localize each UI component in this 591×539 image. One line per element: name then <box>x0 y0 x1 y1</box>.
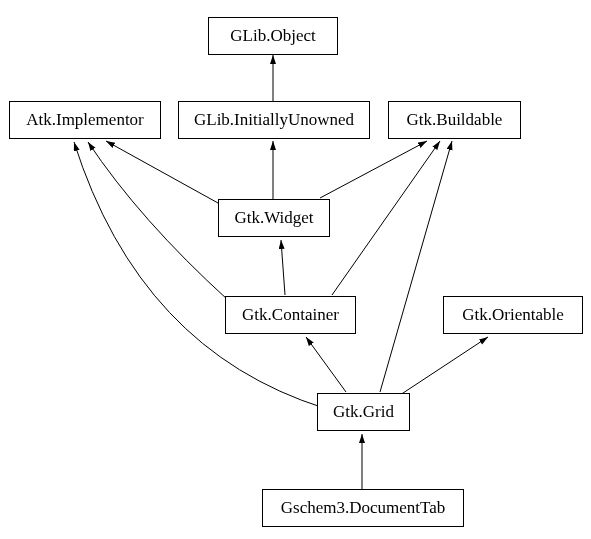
node-gtk-orientable: Gtk.Orientable <box>443 296 583 334</box>
svg-line-7 <box>380 141 452 392</box>
node-glib-object: GLib.Object <box>208 17 338 55</box>
node-label: Gtk.Grid <box>333 402 394 422</box>
node-glib-initially-unowned: GLib.InitiallyUnowned <box>178 101 370 139</box>
node-gtk-grid: Gtk.Grid <box>317 393 410 431</box>
svg-line-2 <box>106 141 218 203</box>
node-label: Gtk.Widget <box>234 208 313 228</box>
node-gtk-widget: Gtk.Widget <box>218 199 330 237</box>
node-gtk-container: Gtk.Container <box>225 296 356 334</box>
node-label: GLib.Object <box>230 26 315 46</box>
node-label: GLib.InitiallyUnowned <box>194 110 354 130</box>
node-label: Gtk.Buildable <box>407 110 503 130</box>
node-gtk-buildable: Gtk.Buildable <box>388 101 521 139</box>
svg-line-4 <box>281 240 285 295</box>
node-label: Gtk.Orientable <box>462 305 564 325</box>
svg-line-6 <box>306 337 346 392</box>
node-label: Gtk.Container <box>242 305 339 325</box>
node-atk-implementor: Atk.Implementor <box>9 101 161 139</box>
node-gschem3-document-tab: Gschem3.DocumentTab <box>262 489 464 527</box>
svg-line-5 <box>332 141 440 295</box>
node-label: Gschem3.DocumentTab <box>281 498 446 518</box>
svg-line-3 <box>320 141 427 198</box>
svg-line-8 <box>400 337 488 395</box>
node-label: Atk.Implementor <box>26 110 144 130</box>
